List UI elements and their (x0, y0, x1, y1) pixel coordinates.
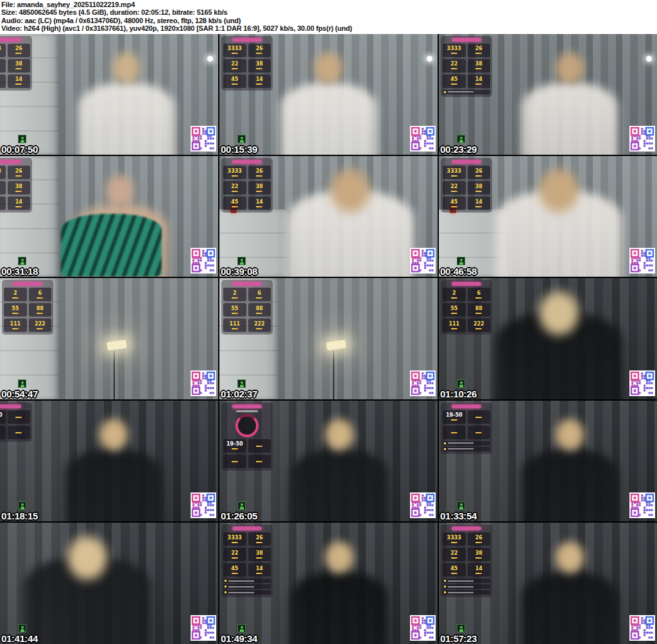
overlay-yellow-bar (475, 432, 482, 433)
stream-logo-icon (237, 135, 246, 143)
stream-logo-icon (18, 257, 26, 265)
overlay-tip-cell: 14 (248, 563, 271, 577)
stream-logo-icon (18, 379, 26, 388)
overlay-yellow-bar (256, 297, 262, 299)
figure-silhouette (495, 190, 622, 277)
figure-silhouette (24, 557, 150, 644)
overlay-yellow-bar (475, 313, 482, 314)
stream-overlay-panel: 33332622384514 (221, 36, 273, 91)
overlay-header (0, 405, 21, 408)
overlay-yellow-bar (232, 542, 238, 543)
file-info-line-size: Size: 4850062645 bytes (4.5 GiB), durati… (1, 8, 657, 16)
qr-code-icon (410, 492, 436, 518)
timestamp-label: 01:49:34 (221, 633, 257, 644)
figure-silhouette (291, 571, 388, 644)
video-thumbnail: 01:41:44 (0, 523, 218, 643)
figure-head (321, 537, 357, 577)
qr-code-icon (629, 126, 655, 152)
stream-logo-icon (457, 501, 465, 510)
qr-code-icon (191, 248, 216, 274)
video-thumbnail: 26558811122201:10:26 (439, 278, 657, 399)
figure-head (325, 163, 375, 218)
overlay-tip-cell: 38 (248, 59, 271, 73)
qr-code-icon (191, 370, 216, 396)
overlay-header (452, 282, 481, 286)
overlay-tip-cell: 38 (8, 181, 31, 195)
figure-silhouette (291, 449, 388, 521)
video-thumbnail: 19-5001:33:54 (439, 401, 657, 521)
stream-logo-icon (237, 257, 246, 265)
goal-row (443, 90, 490, 94)
overlay-tip-cell: 3333 (443, 44, 466, 57)
overlay-tip-cell: 3333 (443, 166, 466, 179)
overlay-yellow-bar (256, 313, 262, 314)
stream-logo-icon (457, 135, 465, 143)
overlay-yellow-bar (475, 191, 482, 192)
overlay-tip-cell (223, 455, 246, 468)
overlay-header (232, 38, 262, 42)
overlay-yellow-bar (475, 573, 482, 574)
overlay-header (452, 160, 481, 164)
overlay-header (452, 38, 481, 42)
overlay-yellow-bar (37, 313, 43, 314)
overlay-tip-cell (468, 410, 491, 424)
overlay-tip-cell (468, 426, 491, 439)
overlay-tip-cell: 22 (223, 548, 246, 561)
file-info-header: File: amanda_sayhey_202511022219.mp4 Siz… (0, 0, 657, 34)
overlay-tip-cell: 14 (248, 196, 271, 210)
overlay-yellow-bar (15, 83, 22, 85)
overlay-tip-cell: 22 (0, 59, 6, 73)
qr-code-icon (410, 126, 436, 152)
overlay-tip-cell: 14 (8, 196, 31, 210)
stream-logo-icon (18, 501, 26, 510)
overlay-yellow-bar (232, 448, 238, 449)
timestamp-label: 00:15:39 (221, 144, 257, 155)
overlay-tip-cell: 22 (443, 548, 466, 561)
video-thumbnail: 26558811122200:54:47 (0, 278, 218, 399)
stream-overlay-panel: 33332622384514 (441, 36, 492, 97)
stream-overlay-panel: 19-50 (0, 403, 32, 442)
overlay-tip-cell: 222 (468, 318, 491, 332)
led-light (107, 340, 127, 351)
overlay-tip-cell: 45 (223, 74, 246, 88)
video-thumbnail: 26558811122201:02:37 (219, 278, 438, 399)
stream-overlay-panel: 33332622384514 (0, 158, 32, 213)
figure-head (321, 415, 357, 455)
overlay-tip-grid: 19-50 (443, 410, 490, 439)
overlay-yellow-bar (451, 53, 457, 54)
overlay-yellow-bar (12, 328, 19, 329)
overlay-yellow-bar (475, 83, 482, 85)
overlay-tip-cell: 14 (248, 74, 271, 88)
stream-logo-icon (237, 501, 246, 510)
overlay-yellow-bar (451, 432, 457, 433)
file-info-line-video: Video: h264 (High) (avc1 / 0x31637661), … (1, 24, 657, 32)
overlay-header (232, 527, 262, 530)
timestamp-label: 00:39:08 (221, 266, 257, 277)
overlay-tip-cell: 45 (443, 563, 466, 577)
video-thumbnail: 3333262238451400:23:29 (439, 34, 657, 155)
overlay-tip-cell: 6 (248, 288, 271, 301)
overlay-tip-cell: 22 (223, 181, 246, 195)
overlay-tip-cell: 45 (0, 196, 6, 210)
overlay-yellow-bar (232, 573, 238, 574)
stream-overlay-panel: 33332622384514 (221, 525, 273, 597)
overlay-yellow-bar (256, 175, 262, 177)
overlay-tip-cell: 2 (223, 288, 246, 301)
overlay-yellow-bar (475, 417, 482, 418)
overlay-tip-cell: 6 (29, 288, 52, 301)
overlay-yellow-bar (232, 83, 238, 85)
stream-overlay-panel: 265588111222 (221, 280, 273, 335)
overlay-yellow-bar (256, 328, 262, 329)
overlay-tip-cell: 19-50 (223, 439, 246, 453)
overlay-tip-cell: 22 (443, 181, 466, 195)
timestamp-label: 00:54:47 (1, 388, 38, 399)
video-thumbnail: 3333262238451400:39:08 (219, 156, 438, 277)
overlay-tip-cell: 3333 (223, 44, 246, 57)
stream-logo-icon (237, 624, 246, 632)
overlay-tip-grid: 33332622384514 (223, 532, 271, 577)
qr-code-icon (191, 126, 216, 152)
overlay-tip-grid: 19-50 (0, 410, 30, 439)
overlay-yellow-bar (15, 417, 22, 418)
overlay-yellow-bar (451, 573, 457, 574)
overlay-tip-cell: 14 (468, 74, 491, 88)
